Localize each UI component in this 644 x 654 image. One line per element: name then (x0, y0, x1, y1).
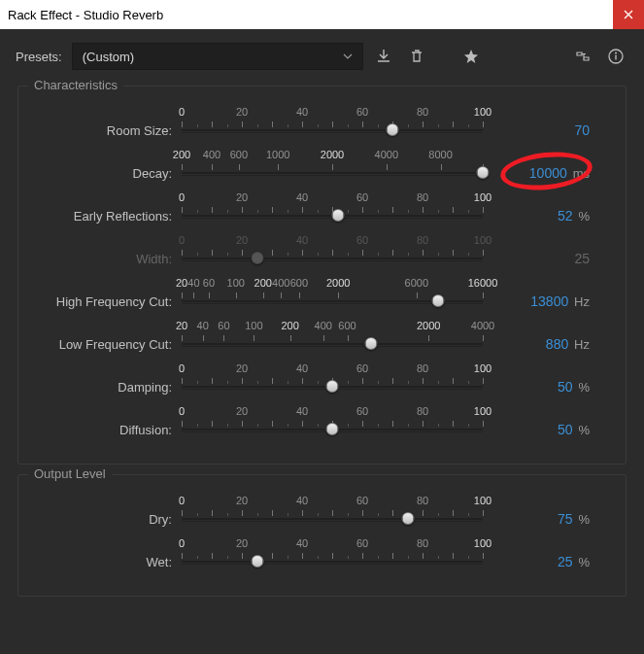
svg-rect-2 (615, 55, 616, 60)
routing-button[interactable] (570, 44, 595, 69)
char-row-6: Damping:02040608010050 % (36, 361, 608, 403)
out-thumb-0[interactable] (401, 512, 414, 525)
char-value-2[interactable]: 52 % (483, 198, 590, 224)
out-value-0[interactable]: 75 % (483, 501, 590, 527)
out-row-0: Dry:02040608010075 % (36, 493, 608, 535)
favorite-button[interactable] (458, 44, 484, 69)
char-label-3: Width: (36, 242, 182, 266)
info-button[interactable] (603, 44, 628, 69)
char-row-3: Width:02040608010025 (36, 232, 608, 275)
char-thumb-7[interactable] (326, 423, 339, 435)
char-thumb-3 (251, 252, 263, 264)
out-thumb-1[interactable] (251, 555, 263, 568)
char-row-0: Room Size:02040608010070 (36, 104, 608, 147)
char-slider-5[interactable]: 20406010020040060020004000 (182, 320, 483, 359)
chevron-down-icon (343, 50, 353, 64)
char-row-2: Early Reflections:02040608010052 % (36, 189, 608, 232)
characteristics-panel: Characteristics Room Size:02040608010070… (17, 86, 627, 465)
char-row-1: Decay:200400600100020004000800010000 ms (36, 147, 608, 189)
char-value-7[interactable]: 50 % (483, 412, 590, 437)
preset-select[interactable]: (Custom) (72, 43, 363, 70)
toolbar: Presets: (Custom) (0, 29, 644, 80)
char-value-3: 25 (483, 241, 590, 266)
presets-label: Presets: (16, 50, 62, 64)
char-value-5[interactable]: 880 Hz (483, 327, 590, 352)
char-label-4: High Frequency Cut: (36, 285, 182, 309)
char-value-4[interactable]: 13800 Hz (483, 284, 590, 309)
char-thumb-0[interactable] (387, 123, 399, 136)
window-title: Rack Effect - Studio Reverb (8, 8, 163, 22)
char-slider-7[interactable]: 020406080100 (182, 405, 483, 444)
output-title: Output Level (28, 466, 112, 481)
char-label-2: Early Reflections: (36, 199, 182, 224)
char-value-1[interactable]: 10000 ms (483, 155, 590, 181)
delete-preset-button[interactable] (404, 44, 429, 69)
titlebar: Rack Effect - Studio Reverb (0, 0, 644, 29)
close-button[interactable] (613, 0, 644, 29)
char-slider-3: 020406080100 (182, 234, 483, 273)
char-row-5: Low Frequency Cut:2040601002004006002000… (36, 318, 608, 361)
char-label-7: Diffusion: (36, 413, 182, 437)
output-panel: Output Level Dry:02040608010075 %Wet:020… (17, 474, 627, 597)
char-thumb-4[interactable] (431, 294, 444, 307)
char-value-0[interactable]: 70 (483, 113, 590, 138)
out-value-1[interactable]: 25 % (483, 544, 590, 569)
close-icon (624, 10, 633, 19)
preset-value: (Custom) (83, 50, 134, 64)
char-row-4: High Frequency Cut:204060100200400600200… (36, 275, 608, 318)
char-thumb-5[interactable] (365, 337, 378, 350)
characteristics-title: Characteristics (28, 78, 123, 92)
out-slider-0[interactable]: 020406080100 (182, 495, 483, 534)
char-row-7: Diffusion:02040608010050 % (36, 403, 608, 446)
save-preset-button[interactable] (371, 44, 396, 69)
char-thumb-2[interactable] (332, 209, 345, 222)
char-slider-6[interactable]: 020406080100 (182, 362, 483, 401)
out-label-1: Wet: (36, 545, 182, 569)
svg-point-1 (615, 52, 617, 54)
char-label-5: Low Frequency Cut: (36, 327, 182, 352)
out-label-0: Dry: (36, 502, 182, 527)
out-row-1: Wet:02040608010025 % (36, 535, 608, 578)
char-slider-1[interactable]: 2004006001000200040008000 (182, 149, 483, 188)
char-label-6: Damping: (36, 370, 182, 395)
char-thumb-6[interactable] (326, 380, 339, 393)
char-label-1: Decay: (36, 156, 182, 181)
char-value-6[interactable]: 50 % (483, 369, 590, 395)
char-slider-0[interactable]: 020406080100 (182, 106, 483, 145)
char-thumb-1[interactable] (477, 166, 490, 179)
char-slider-4[interactable]: 2040601002004006002000600016000 (182, 277, 483, 316)
out-slider-1[interactable]: 020406080100 (182, 537, 483, 576)
char-label-0: Room Size: (36, 114, 182, 138)
char-slider-2[interactable]: 020406080100 (182, 191, 483, 230)
